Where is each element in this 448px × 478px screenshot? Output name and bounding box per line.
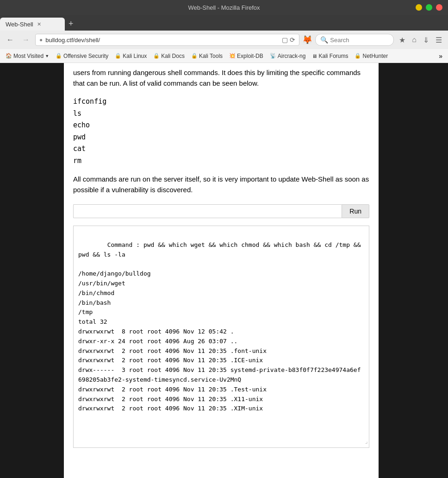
close-button[interactable] bbox=[436, 4, 442, 11]
kali-forums-icon: 🖥 bbox=[312, 53, 317, 59]
bookmark-kali-tools[interactable]: 🔒 Kali Tools bbox=[188, 52, 225, 60]
offensive-security-icon: 🔒 bbox=[56, 53, 62, 59]
output-line: /home/django/bulldog bbox=[78, 269, 364, 279]
command-cat: cat bbox=[73, 143, 369, 155]
intro-text: users from running dangerous shell comma… bbox=[73, 68, 369, 88]
window-title: Web-Shell - Mozilla Firefox bbox=[188, 4, 260, 11]
command-rm: rm bbox=[73, 155, 369, 167]
warning-text: All commands are run on the server itsel… bbox=[73, 174, 369, 195]
bookmark-star-icon[interactable]: ★ bbox=[397, 35, 408, 45]
output-line: /bin/chmod bbox=[78, 289, 364, 298]
web-content: users from running dangerous shell comma… bbox=[64, 63, 379, 457]
bookmark-label: Kali Forums bbox=[318, 53, 348, 59]
window-controls bbox=[416, 4, 442, 11]
bookmark-label: Most Visited bbox=[13, 53, 44, 59]
url-icons: ▢ ⟳ bbox=[282, 36, 295, 44]
url-text: bulldog.ctf/dev/shell/ bbox=[45, 37, 100, 44]
output-line: drwxrwxrwt 2 root root 4096 Nov 11 20:35… bbox=[78, 356, 364, 365]
kali-tools-icon: 🔒 bbox=[191, 53, 198, 59]
exploit-db-icon: 💥 bbox=[229, 53, 236, 59]
output-line: total 32 bbox=[78, 317, 364, 327]
nethunter-icon: 🔒 bbox=[355, 53, 361, 59]
dropdown-arrow-icon: ▼ bbox=[45, 54, 49, 58]
url-bar[interactable]: ● bulldog.ctf/dev/shell/ ▢ ⟳ bbox=[35, 34, 299, 46]
command-ls: ls bbox=[73, 108, 369, 120]
bookmark-kali-docs[interactable]: 🔒 Kali Docs bbox=[150, 52, 187, 60]
page-wrapper: users from running dangerous shell comma… bbox=[0, 63, 448, 478]
output-line: /tmp bbox=[78, 308, 364, 317]
reader-icon: ▢ bbox=[282, 36, 288, 44]
bookmarks-bar: 🏠 Most Visited ▼ 🔒 Offensive Security 🔒 … bbox=[0, 49, 448, 63]
forward-button[interactable]: → bbox=[19, 35, 32, 45]
bookmark-label: Exploit-DB bbox=[237, 53, 263, 59]
output-box: Command : pwd && which wget && which chm… bbox=[73, 226, 369, 448]
right-sidebar bbox=[379, 63, 448, 478]
bookmark-label: Aircrack-ng bbox=[278, 53, 306, 59]
titlebar: Web-Shell - Mozilla Firefox bbox=[0, 0, 448, 15]
tab-label: Web-Shell bbox=[6, 21, 33, 28]
output-line: /bin/bash bbox=[78, 298, 364, 308]
bookmark-offensive-security[interactable]: 🔒 Offensive Security bbox=[53, 52, 111, 60]
bookmark-label: Offensive Security bbox=[63, 53, 108, 59]
left-sidebar bbox=[0, 63, 64, 478]
aircrack-ng-icon: 📡 bbox=[270, 53, 276, 59]
command-input-field[interactable] bbox=[73, 204, 342, 218]
output-line: drwxrwxrwt 2 root root 4096 Nov 11 20:35… bbox=[78, 404, 364, 414]
bookmark-aircrack-ng[interactable]: 📡 Aircrack-ng bbox=[267, 52, 309, 60]
download-icon[interactable]: ⇓ bbox=[421, 35, 431, 45]
tab-close-button[interactable]: ✕ bbox=[37, 21, 41, 27]
bookmark-label: NetHunter bbox=[362, 53, 388, 59]
firefox-icon: 🦊 bbox=[302, 35, 312, 45]
toolbar-icons: ★ ⌂ ⇓ ☰ bbox=[397, 35, 444, 45]
output-line: drwxrwxrwt 2 root root 4096 Nov 11 20:35… bbox=[78, 346, 364, 356]
command-list: ifconfig ls echo pwd cat rm bbox=[73, 96, 369, 167]
reload-icon[interactable]: ⟳ bbox=[290, 36, 295, 44]
tab-webshell[interactable]: Web-Shell ✕ bbox=[0, 18, 65, 31]
command-pwd: pwd bbox=[73, 132, 369, 144]
bookmark-kali-linux[interactable]: 🔒 Kali Linux bbox=[112, 52, 149, 60]
output-line: drwxrwxrwt 2 root root 4096 Nov 11 20:35… bbox=[78, 395, 364, 404]
home-icon[interactable]: ⌂ bbox=[410, 35, 419, 45]
command-echo: echo bbox=[73, 120, 369, 132]
output-line: drwxr-xr-x 24 root root 4096 Aug 26 03:0… bbox=[78, 337, 364, 346]
command-input-row: Run bbox=[73, 204, 369, 218]
kali-docs-icon: 🔒 bbox=[153, 53, 160, 59]
bookmark-most-visited[interactable]: 🏠 Most Visited ▼ bbox=[3, 52, 52, 60]
output-line: drwx------ 3 root root 4096 Nov 11 20:35… bbox=[78, 365, 364, 385]
kali-linux-icon: 🔒 bbox=[115, 53, 121, 59]
output-line: /usr/bin/wget bbox=[78, 279, 364, 289]
address-bar: ← → ● bulldog.ctf/dev/shell/ ▢ ⟳ 🦊 🔍 ★ ⌂… bbox=[0, 31, 448, 49]
most-visited-icon: 🏠 bbox=[6, 53, 12, 59]
resize-handle[interactable]: ⌟ bbox=[365, 437, 368, 446]
menu-icon[interactable]: ☰ bbox=[433, 35, 444, 45]
new-tab-button[interactable]: + bbox=[65, 19, 77, 29]
minimize-button[interactable] bbox=[416, 4, 422, 11]
output-command-line: Command : pwd && which wget && which chm… bbox=[78, 241, 364, 258]
page-content: users from running dangerous shell comma… bbox=[64, 63, 379, 478]
run-button[interactable]: Run bbox=[342, 204, 369, 218]
maximize-button[interactable] bbox=[426, 4, 432, 11]
output-lines: /home/django/bulldog/usr/bin/wget/bin/ch… bbox=[78, 269, 364, 414]
bookmark-label: Kali Tools bbox=[199, 53, 223, 59]
bookmark-label: Kali Linux bbox=[123, 53, 147, 59]
search-input[interactable] bbox=[330, 37, 386, 44]
search-icon: 🔍 bbox=[320, 36, 328, 44]
back-button[interactable]: ← bbox=[4, 35, 17, 45]
lock-icon: ● bbox=[39, 37, 43, 43]
search-bar[interactable]: 🔍 bbox=[315, 34, 394, 46]
bookmark-exploit-db[interactable]: 💥 Exploit-DB bbox=[226, 52, 266, 60]
tab-bar: Web-Shell ✕ + bbox=[0, 15, 448, 31]
bookmark-nethunter[interactable]: 🔒 NetHunter bbox=[352, 52, 391, 60]
bookmarks-more-button[interactable]: » bbox=[436, 51, 445, 61]
output-line: drwxrwxrwt 2 root root 4096 Nov 11 20:35… bbox=[78, 385, 364, 395]
command-ifconfig: ifconfig bbox=[73, 96, 369, 108]
bookmark-label: Kali Docs bbox=[161, 53, 185, 59]
bookmark-kali-forums[interactable]: 🖥 Kali Forums bbox=[309, 52, 351, 60]
output-line: drwxrwxrwt 8 root root 4096 Nov 12 05:42… bbox=[78, 327, 364, 337]
